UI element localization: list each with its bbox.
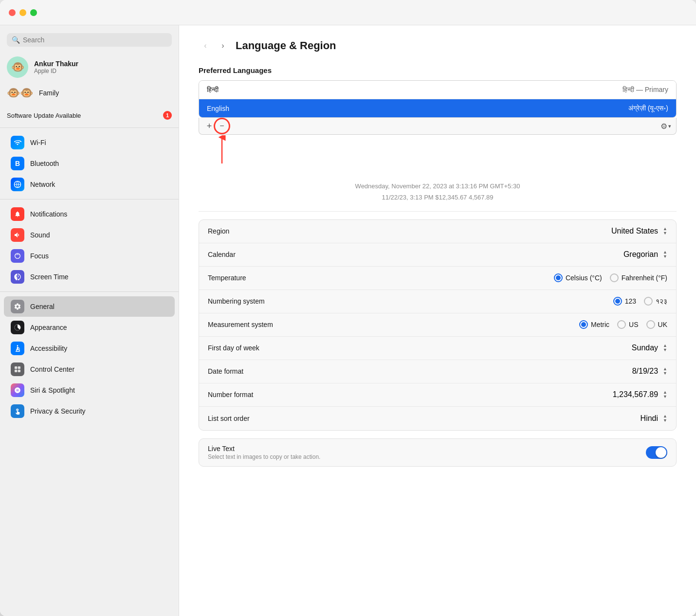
livetext-toggle[interactable]	[646, 446, 667, 459]
livetext-section: Live Text Select text in images to copy …	[199, 438, 677, 467]
measurement-us[interactable]: US	[617, 320, 638, 329]
sidebar-item-siri[interactable]: Siri & Spotlight	[4, 380, 175, 400]
toggle-knob	[656, 447, 666, 458]
screentime-icon	[11, 270, 24, 284]
close-button[interactable]	[9, 9, 16, 16]
sidebar-item-accessibility[interactable]: Accessibility	[4, 338, 175, 359]
english-name: English	[207, 105, 229, 112]
sidebar-item-wifi[interactable]: Wi-Fi	[4, 132, 175, 153]
temperature-fahrenheit[interactable]: Fahrenheit (°F)	[610, 273, 667, 282]
nav-bar: ‹ › Language & Region	[199, 39, 677, 53]
gear-control[interactable]: ⚙ ▾	[660, 122, 671, 131]
dateformat-label: Date format	[208, 367, 243, 375]
dateformat-selected: 8/19/23	[632, 367, 658, 376]
us-radio[interactable]	[617, 320, 626, 329]
numbering-123[interactable]: 123	[613, 297, 636, 306]
sidebar-label-wifi: Wi-Fi	[30, 139, 46, 146]
siri-icon	[11, 383, 24, 397]
avatar: 🐵	[7, 56, 28, 78]
numbering-123-radio[interactable]	[613, 297, 622, 306]
sidebar-item-focus[interactable]: Focus	[4, 246, 175, 266]
software-update-row[interactable]: Software Update Available 1	[0, 107, 179, 126]
region-row: Region United States ▲▼	[199, 220, 676, 243]
measurement-uk[interactable]: UK	[646, 320, 667, 329]
measurement-radio-group: Metric US UK	[579, 320, 667, 329]
traffic-lights	[0, 9, 37, 16]
numbering-devanagari[interactable]: १२३	[644, 297, 667, 306]
uk-radio[interactable]	[646, 320, 655, 329]
sidebar-item-appearance[interactable]: Appearance	[4, 317, 175, 338]
sidebar-label-appearance: Appearance	[30, 324, 67, 331]
sidebar-item-notifications[interactable]: Notifications	[4, 204, 175, 224]
temperature-celsius[interactable]: Celsius (°C)	[554, 273, 602, 282]
numbering-devanagari-radio[interactable]	[644, 297, 653, 306]
remove-language-button[interactable]: −	[217, 121, 227, 131]
sidebar-item-sound[interactable]: Sound	[4, 225, 175, 245]
search-bar[interactable]: 🔍	[7, 33, 172, 47]
calendar-selected: Gregorian	[623, 250, 658, 259]
measurement-metric[interactable]: Metric	[579, 320, 609, 329]
numbering-123-label: 123	[625, 297, 636, 305]
livetext-cell: Live Text Select text in images to copy …	[208, 445, 320, 460]
general-icon	[11, 300, 24, 313]
sidebar-item-network[interactable]: Network	[4, 174, 175, 195]
controlcenter-icon	[11, 362, 24, 376]
language-row-hindi[interactable]: हिन्दी हिन्दी — Primary	[199, 81, 676, 99]
settings-section: Region United States ▲▼ Calendar Gregori…	[199, 219, 677, 431]
sidebar-section-network: Wi-Fi B Bluetooth Network	[0, 130, 179, 197]
sidebar-item-general[interactable]: General	[4, 296, 175, 317]
arrow-spacer	[199, 135, 677, 169]
language-list: हिन्दी हिन्दी — Primary English अंग्रेज़…	[199, 80, 677, 118]
fahrenheit-label: Fahrenheit (°F)	[622, 274, 667, 282]
firstday-value[interactable]: Sunday ▲▼	[632, 344, 667, 352]
numberformat-value[interactable]: 1,234,567.89 ▲▼	[613, 390, 667, 399]
wifi-icon	[11, 136, 24, 149]
region-label: Region	[208, 227, 229, 235]
sidebar-label-general: General	[30, 303, 55, 310]
forward-button[interactable]: ›	[216, 39, 230, 53]
user-profile[interactable]: 🐵 Ankur Thakur Apple ID	[0, 53, 179, 84]
listsort-label: List sort order	[208, 415, 250, 422]
dateformat-row: Date format 8/19/23 ▲▼	[199, 360, 676, 383]
calendar-stepper: ▲▼	[663, 250, 667, 259]
temperature-radio-group: Celsius (°C) Fahrenheit (°F)	[554, 273, 667, 282]
calendar-label: Calendar	[208, 251, 236, 258]
sidebar-section-prefs: General Appearance Accessibility	[0, 294, 179, 424]
sidebar-item-screentime[interactable]: Screen Time	[4, 267, 175, 287]
sidebar-label-siri: Siri & Spotlight	[30, 386, 75, 394]
svg-rect-4	[18, 366, 20, 369]
fahrenheit-radio[interactable]	[610, 273, 619, 282]
sidebar-item-controlcenter[interactable]: Control Center	[4, 359, 175, 380]
listsort-row: List sort order Hindi ▲▼	[199, 407, 676, 430]
date-secondary-line: 11/22/23, 3:13 PM $12,345.67 4,567.89	[206, 192, 669, 203]
calendar-value[interactable]: Gregorian ▲▼	[623, 250, 667, 259]
back-button[interactable]: ‹	[199, 39, 212, 53]
sidebar-item-bluetooth[interactable]: B Bluetooth	[4, 153, 175, 174]
svg-rect-3	[15, 366, 17, 369]
dateformat-value[interactable]: 8/19/23 ▲▼	[632, 367, 667, 376]
listsort-value[interactable]: Hindi ▲▼	[641, 414, 667, 423]
sidebar-label-bluetooth: Bluetooth	[30, 160, 59, 167]
svg-rect-6	[18, 370, 20, 372]
network-icon	[11, 178, 24, 191]
hindi-name: हिन्दी	[207, 86, 219, 94]
metric-radio[interactable]	[579, 320, 588, 329]
family-row[interactable]: 🐵🐵 Family	[0, 84, 179, 107]
user-name: Ankur Thakur	[34, 60, 78, 68]
minimize-button[interactable]	[19, 9, 26, 16]
add-language-button[interactable]: +	[204, 121, 215, 131]
firstday-label: First day of week	[208, 344, 259, 352]
maximize-button[interactable]	[30, 9, 37, 16]
sidebar-item-privacy[interactable]: Privacy & Security	[4, 401, 175, 421]
sidebar-label-accessibility: Accessibility	[30, 344, 67, 352]
region-value[interactable]: United States ▲▼	[611, 227, 667, 236]
language-row-english[interactable]: English अंग्रेज़ी (यू॰एस॰)	[199, 99, 676, 117]
appearance-icon	[11, 321, 24, 334]
firstday-stepper: ▲▼	[663, 344, 667, 352]
svg-rect-5	[15, 370, 17, 372]
search-input[interactable]	[23, 36, 167, 44]
numberformat-stepper: ▲▼	[663, 390, 667, 399]
preferred-languages-title: Preferred Languages	[199, 66, 677, 74]
celsius-radio[interactable]	[554, 273, 563, 282]
numbering-radio-group: 123 १२३	[613, 297, 667, 306]
